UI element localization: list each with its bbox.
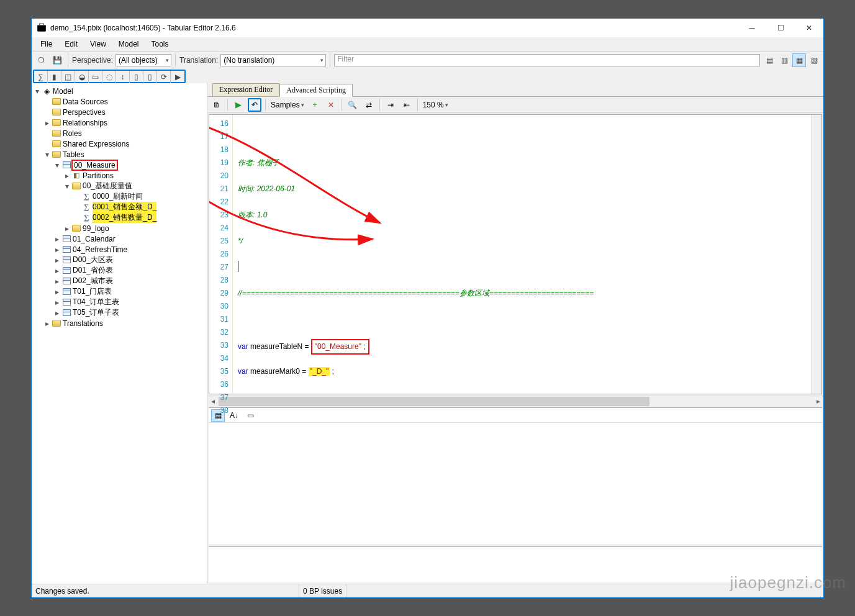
new-script-icon[interactable]: 🗎 (210, 98, 224, 112)
toggle-2-icon[interactable]: ▥ (777, 53, 791, 67)
tree-t01[interactable]: T01_门店表 (73, 286, 112, 297)
partition-icon: ◧ (71, 171, 81, 180)
window-title: demo_154.pbix (localhost:14605) - Tabula… (50, 24, 738, 32)
tree-relationships[interactable]: Relationships (63, 119, 107, 127)
tree-01-calendar[interactable]: 01_Calendar (73, 235, 115, 243)
tab-advanced-scripting[interactable]: Advanced Scripting (279, 84, 353, 97)
undo-icon[interactable]: ↶ (248, 98, 261, 112)
find-icon[interactable]: 🔍 (346, 98, 360, 112)
tree-filter-toolbar: ∑ ▮ ◫ ◒ ▭ ◌ ↕ ▯ ▯ ⟳ ▶ (33, 70, 186, 83)
line-gutter: 1617181920212223242526272829303132333435… (209, 115, 233, 394)
tree-tables[interactable]: Tables (63, 150, 84, 159)
tree-m0001[interactable]: 0001_销售金额_D_ (93, 202, 156, 212)
filter-partition-icon[interactable]: ◒ (75, 71, 89, 83)
filter-hierarchy-icon[interactable]: ◫ (61, 71, 75, 83)
perspective-combo[interactable]: (All objects) (115, 54, 171, 66)
tree-folder-base[interactable]: 00_基础度量值 (83, 181, 132, 191)
menu-view[interactable]: View (85, 38, 111, 50)
status-bar: Changes saved. 0 BP issues (32, 584, 823, 597)
zoom-dropdown[interactable]: 150 % (422, 99, 450, 111)
tree-model[interactable]: Model (53, 87, 73, 96)
measure-icon: ∑ (81, 214, 91, 222)
app-window: demo_154.pbix (localhost:14605) - Tabula… (31, 18, 824, 598)
indent-icon[interactable]: ⇥ (384, 98, 397, 112)
properties-toolbar: ▤ A↓ ▭ (209, 408, 822, 423)
code-area[interactable]: 作者: 焦棚子 时间: 2022-06-01 版本: 1.0 */ //====… (233, 115, 811, 394)
filter-x4-icon[interactable]: ▶ (171, 71, 184, 83)
model-tree[interactable]: ▾◈Model ▸Data Sources ▸Perspectives ▸Rel… (32, 83, 207, 584)
tree-folder-99[interactable]: 99_logo (83, 224, 109, 233)
tree-partitions[interactable]: Partitions (83, 171, 114, 180)
translation-combo[interactable]: (No translation) (220, 54, 326, 66)
filter-measure-icon[interactable]: ∑ (34, 71, 48, 83)
editor-toolbar: 🗎 ▶ ↶ Samples ＋ ✕ 🔍 ⇄ ⇥ ⇤ 150 % (207, 97, 823, 113)
close-button[interactable]: ✕ (795, 19, 823, 37)
tree-d01[interactable]: D01_省份表 (73, 265, 113, 276)
menu-edit[interactable]: Edit (60, 38, 83, 50)
app-icon (37, 23, 47, 33)
minimize-button[interactable]: ─ (738, 19, 766, 37)
output-panel[interactable] (209, 546, 822, 582)
layout-toggles: ▤ ▥ ▦ ▧ (762, 53, 821, 67)
tree-roles[interactable]: Roles (63, 129, 82, 138)
measure-icon: ∑ (81, 192, 91, 201)
tree-00-measure[interactable]: 00_Measure (71, 160, 118, 171)
main-toolbar: ❍ 💾 Perspective: (All objects) Translati… (32, 51, 823, 68)
save-icon[interactable]: 💾 (50, 53, 64, 67)
filter-hidden-icon[interactable]: ◌ (102, 71, 116, 83)
tree-d00[interactable]: D00_大区表 (73, 255, 113, 265)
toggle-3-icon[interactable]: ▦ (792, 53, 806, 67)
filter-input[interactable]: Filter (334, 54, 760, 66)
translation-label: Translation: (179, 56, 218, 65)
props-pages-icon[interactable]: ▭ (243, 409, 257, 422)
tab-expression-editor[interactable]: Expression Editor (212, 83, 279, 96)
toggle-4-icon[interactable]: ▧ (807, 53, 821, 67)
svg-rect-0 (37, 25, 46, 31)
add-icon[interactable]: ＋ (308, 98, 322, 112)
filter-x1-icon[interactable]: ▯ (130, 71, 143, 83)
filter-x2-icon[interactable]: ▯ (143, 71, 157, 83)
right-panel: Expression Editor Advanced Scripting 🗎 ▶… (207, 83, 823, 584)
tree-d02[interactable]: D02_城市表 (73, 276, 113, 286)
tree-04-refresh[interactable]: 04_RefreshTime (73, 245, 127, 254)
deploy-icon[interactable]: ❍ (34, 53, 48, 67)
properties-panel[interactable]: ▤ A↓ ▭ (209, 407, 822, 544)
samples-dropdown[interactable]: Samples (269, 99, 305, 111)
model-icon: ◈ (42, 87, 52, 96)
filter-x3-icon[interactable]: ⟳ (157, 71, 171, 83)
tree-translations[interactable]: Translations (63, 319, 103, 328)
editor-tabs: Expression Editor Advanced Scripting (207, 83, 823, 97)
main-body: ▾◈Model ▸Data Sources ▸Perspectives ▸Rel… (32, 83, 823, 584)
replace-icon[interactable]: ⇄ (362, 98, 376, 112)
horizontal-scrollbar[interactable]: ◂▸ (207, 396, 823, 406)
menu-bar: File Edit View Model Tools (32, 37, 823, 51)
tree-m0000[interactable]: 0000_刷新时间 (93, 191, 143, 202)
vertical-scrollbar[interactable] (811, 115, 821, 394)
measure-icon: ∑ (81, 203, 91, 212)
perspective-label: Perspective: (72, 56, 113, 65)
tree-toolbar-wrap: ∑ ▮ ◫ ◒ ▭ ◌ ↕ ▯ ▯ ⟳ ▶ (32, 68, 823, 83)
tree-t05[interactable]: T05_订单子表 (73, 307, 119, 318)
delete-icon[interactable]: ✕ (324, 98, 338, 112)
menu-tools[interactable]: Tools (147, 38, 174, 50)
run-icon[interactable]: ▶ (232, 98, 245, 112)
filter-column-icon[interactable]: ▮ (48, 71, 61, 83)
tree-shared-expressions[interactable]: Shared Expressions (63, 140, 129, 148)
tree-m0002[interactable]: 0002_销售数量_D_ (93, 212, 156, 223)
menu-file[interactable]: File (35, 38, 57, 50)
status-bp: 0 BP issues (299, 584, 346, 597)
tree-data-sources[interactable]: Data Sources (63, 97, 108, 106)
code-editor[interactable]: 1617181920212223242526272829303132333435… (209, 114, 822, 394)
outdent-icon[interactable]: ⇤ (400, 98, 414, 112)
toggle-1-icon[interactable]: ▤ (762, 53, 776, 67)
maximize-button[interactable]: ☐ (766, 19, 795, 37)
props-alpha-icon[interactable]: A↓ (227, 409, 241, 422)
tree-t04[interactable]: T04_订单主表 (73, 297, 119, 307)
filter-folder-icon[interactable]: ▭ (89, 71, 102, 83)
tree-perspectives[interactable]: Perspectives (63, 108, 106, 117)
menu-model[interactable]: Model (114, 38, 144, 50)
title-bar: demo_154.pbix (localhost:14605) - Tabula… (32, 19, 823, 37)
filter-sort-icon[interactable]: ↕ (116, 71, 130, 83)
status-message: Changes saved. (32, 584, 299, 597)
